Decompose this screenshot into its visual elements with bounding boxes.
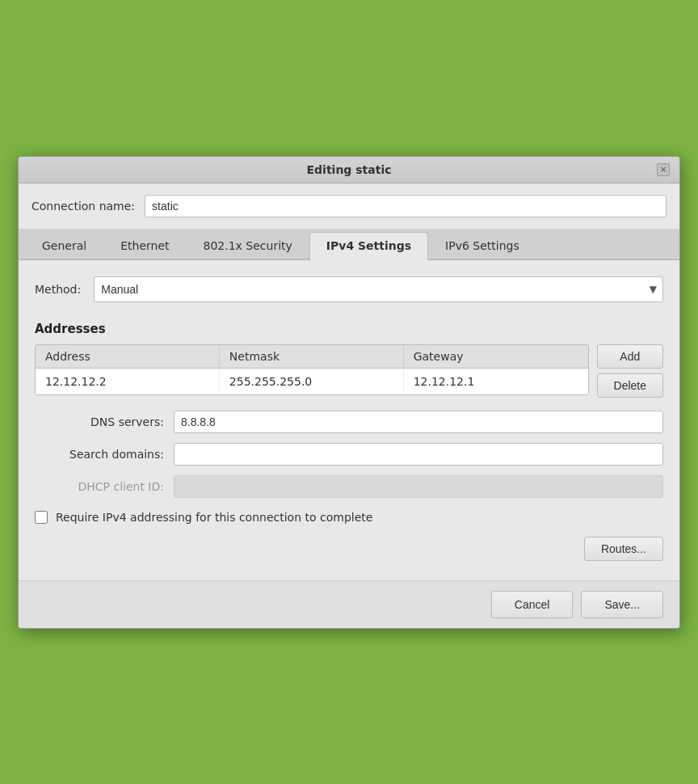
dns-servers-row: DNS servers:: [35, 411, 663, 433]
cancel-button[interactable]: Cancel: [491, 591, 574, 618]
routes-button[interactable]: Routes...: [584, 537, 663, 561]
addresses-section: Addresses Address Netmask Gateway 12.12.…: [35, 322, 663, 398]
close-button[interactable]: ×: [657, 163, 670, 176]
dns-servers-label: DNS servers:: [35, 415, 164, 428]
col-address: Address: [36, 345, 220, 368]
connection-name-input[interactable]: [145, 195, 666, 217]
col-gateway: Gateway: [404, 345, 588, 368]
dns-servers-input[interactable]: [174, 411, 663, 433]
delete-button[interactable]: Delete: [597, 373, 663, 398]
method-label: Method:: [35, 283, 81, 296]
tab-general[interactable]: General: [25, 232, 103, 259]
addresses-table: Address Netmask Gateway 12.12.12.2 255.2…: [35, 344, 589, 395]
table-buttons: Add Delete: [597, 344, 663, 398]
save-button[interactable]: Save...: [581, 591, 663, 618]
title-bar: Editing static ×: [19, 157, 679, 183]
method-row: Method: Manual Automatic (DHCP) Link-Loc…: [35, 276, 663, 302]
tab-ethernet[interactable]: Ethernet: [103, 232, 186, 259]
connection-name-row: Connection name:: [19, 183, 679, 229]
add-button[interactable]: Add: [597, 344, 663, 369]
dialog-footer: Cancel Save...: [19, 580, 679, 628]
dialog-title: Editing static: [41, 163, 657, 176]
search-domains-label: Search domains:: [35, 448, 164, 461]
addresses-table-area: Address Netmask Gateway 12.12.12.2 255.2…: [35, 344, 663, 398]
tab-security[interactable]: 802.1x Security: [187, 232, 309, 259]
addresses-heading: Addresses: [35, 322, 663, 336]
require-ipv4-label: Require IPv4 addressing for this connect…: [56, 511, 372, 524]
method-select[interactable]: Manual Automatic (DHCP) Link-Local Only …: [94, 276, 663, 302]
dhcp-client-id-label: DHCP client ID:: [35, 480, 164, 493]
table-header: Address Netmask Gateway: [36, 345, 588, 369]
connection-name-label: Connection name:: [32, 200, 135, 213]
method-select-wrapper: Manual Automatic (DHCP) Link-Local Only …: [94, 276, 663, 302]
cell-address: 12.12.12.2: [36, 369, 220, 394]
dhcp-client-id-input: [174, 475, 663, 498]
tabs-row: General Ethernet 802.1x Security IPv4 Se…: [19, 229, 679, 260]
cell-gateway: 12.12.12.1: [404, 369, 588, 394]
search-domains-row: Search domains:: [35, 443, 663, 466]
tab-ipv6[interactable]: IPv6 Settings: [428, 232, 536, 259]
col-netmask: Netmask: [220, 345, 404, 368]
cell-netmask: 255.255.255.0: [220, 369, 404, 394]
require-ipv4-row: Require IPv4 addressing for this connect…: [35, 511, 663, 524]
editing-static-dialog: Editing static × Connection name: Genera…: [18, 156, 680, 629]
require-ipv4-checkbox[interactable]: [35, 511, 48, 524]
dhcp-client-id-row: DHCP client ID:: [35, 475, 663, 498]
search-domains-input[interactable]: [174, 443, 663, 466]
table-row[interactable]: 12.12.12.2 255.255.255.0 12.12.12.1: [36, 369, 588, 394]
ipv4-tab-content: Method: Manual Automatic (DHCP) Link-Loc…: [19, 260, 679, 580]
routes-row: Routes...: [35, 537, 663, 561]
tab-ipv4[interactable]: IPv4 Settings: [309, 232, 428, 260]
